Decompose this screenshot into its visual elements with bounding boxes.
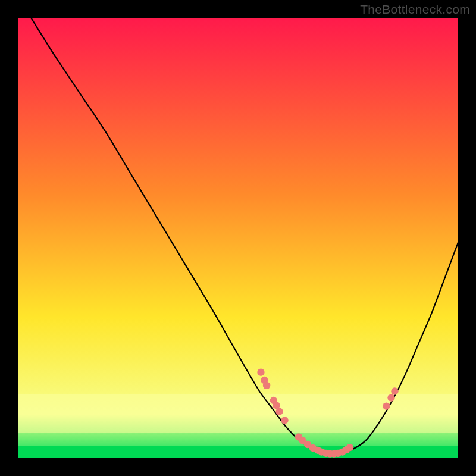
data-marker xyxy=(387,394,394,401)
bottleneck-chart xyxy=(18,18,458,458)
data-marker xyxy=(275,408,283,415)
data-marker xyxy=(281,416,288,424)
data-marker xyxy=(383,402,390,409)
data-marker xyxy=(346,444,353,451)
green-floor xyxy=(18,446,458,458)
data-marker xyxy=(391,387,398,394)
data-marker xyxy=(257,369,264,376)
watermark-text: TheBottleneck.com xyxy=(360,2,470,17)
plot-area xyxy=(18,18,458,458)
chart-frame: TheBottleneck.com xyxy=(0,0,476,476)
data-marker xyxy=(263,382,270,389)
